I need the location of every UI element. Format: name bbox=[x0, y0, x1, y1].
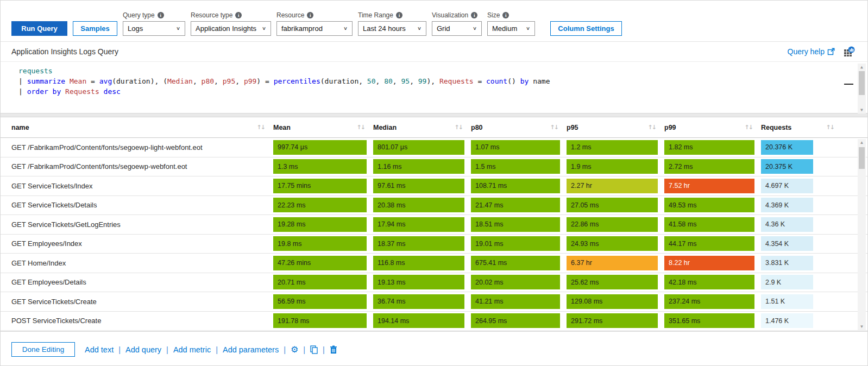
sort-icon[interactable]: ↑↓ bbox=[550, 124, 558, 131]
dropdown-label-text: Time Range bbox=[358, 11, 393, 19]
add-query-link[interactable]: Add query bbox=[125, 345, 161, 354]
chevron-down-icon: ∨ bbox=[526, 26, 530, 31]
editor-scrollbar-thumb[interactable] bbox=[859, 71, 865, 95]
table-row[interactable]: GET ServiceTickets/Index17.75 mins97.61 … bbox=[1, 176, 867, 196]
column-header-requests[interactable]: Requests↑↓ bbox=[761, 117, 842, 137]
dropdown-value: Last 24 hours bbox=[363, 24, 406, 33]
table-row[interactable]: GET /FabrikamProd/Content/fonts/segoewp-… bbox=[1, 157, 867, 177]
gear-icon[interactable]: ⚙ bbox=[291, 345, 298, 354]
code-token: p80 bbox=[202, 77, 214, 85]
heatmap-cell: 20.38 ms bbox=[373, 196, 471, 215]
dropdown-group-size: SizeiMedium∨ bbox=[487, 11, 535, 36]
heatmap-cell: 20.71 ms bbox=[273, 273, 373, 292]
dropdown-label-visualization: Visualizationi bbox=[432, 11, 482, 19]
dropdown-resource-type[interactable]: Application Insights∨ bbox=[191, 21, 271, 36]
chevron-down-icon: ∨ bbox=[262, 26, 266, 31]
column-settings-button[interactable]: Column Settings bbox=[550, 21, 622, 36]
heatmap-cell: 4.354 K bbox=[761, 235, 842, 254]
column-header-p99[interactable]: p99↑↓ bbox=[664, 117, 761, 137]
dropdown-query-type[interactable]: Logs∨ bbox=[123, 21, 185, 36]
column-header-median[interactable]: Median↑↓ bbox=[373, 117, 471, 137]
sort-icon[interactable]: ↑↓ bbox=[357, 124, 364, 131]
heatmap-bar: 19.8 ms bbox=[273, 236, 367, 251]
scroll-down-icon[interactable]: ▼ bbox=[860, 106, 863, 113]
trash-icon[interactable] bbox=[330, 345, 337, 354]
table-row[interactable]: GET Employees/Index19.8 ms18.37 ms19.01 … bbox=[1, 235, 867, 254]
info-icon[interactable]: i bbox=[396, 12, 402, 18]
dropdown-resource[interactable]: fabrikamprod∨ bbox=[276, 21, 353, 36]
add-parameters-link[interactable]: Add parameters bbox=[223, 345, 279, 354]
query-help-link[interactable]: Query help bbox=[788, 47, 835, 56]
scroll-down-icon[interactable]: ▼ bbox=[860, 323, 864, 330]
sort-icon[interactable]: ↑↓ bbox=[826, 124, 834, 131]
dropdown-time-range[interactable]: Last 24 hours∨ bbox=[358, 21, 426, 36]
info-icon[interactable]: i bbox=[235, 12, 242, 18]
info-icon[interactable]: i bbox=[158, 12, 164, 18]
add-metric-link[interactable]: Add metric bbox=[173, 345, 211, 354]
grid-scrollbar-thumb[interactable] bbox=[859, 147, 865, 169]
samples-button[interactable]: Samples bbox=[73, 21, 117, 36]
table-row[interactable]: GET Home/Index47.26 mins116.8 ms675.41 m… bbox=[1, 254, 867, 273]
table-row[interactable]: GET ServiceTickets/Create56.59 ms36.74 m… bbox=[1, 292, 867, 312]
heatmap-bar: 17.75 mins bbox=[273, 179, 367, 193]
grid-scrollbar[interactable]: ▲ ▼ bbox=[858, 139, 866, 330]
query-code-editor[interactable]: requests| summarize Mean = avg(duration)… bbox=[1, 61, 867, 113]
sort-icon[interactable]: ↑↓ bbox=[648, 124, 656, 131]
heatmap-bar: 1.9 ms bbox=[567, 159, 658, 174]
table-row[interactable]: GET ServiceTickets/GetLogEntries19.28 ms… bbox=[1, 215, 867, 235]
heatmap-bar: 1.476 K bbox=[761, 313, 813, 328]
scroll-up-icon[interactable]: ▲ bbox=[860, 64, 863, 71]
dropdown-label-text: Resource bbox=[276, 11, 304, 19]
done-editing-button[interactable]: Done Editing bbox=[11, 342, 75, 357]
sort-icon[interactable]: ↑↓ bbox=[745, 124, 752, 131]
heatmap-bar: 4.697 K bbox=[761, 179, 813, 193]
add-text-link[interactable]: Add text bbox=[85, 345, 114, 354]
column-header-name[interactable]: name↑↓ bbox=[11, 117, 273, 137]
heatmap-bar: 2.27 hr bbox=[567, 179, 658, 193]
editor-scrollbar[interactable]: ▲ ▼ bbox=[858, 64, 866, 113]
separator: | bbox=[303, 345, 305, 354]
sort-icon[interactable]: ↑↓ bbox=[257, 124, 265, 131]
heatmap-cell: 194.14 ms bbox=[373, 312, 471, 331]
heatmap-cell: 116.8 ms bbox=[373, 254, 471, 273]
heatmap-bar: 22.23 ms bbox=[273, 198, 367, 212]
table-row[interactable]: POST ServiceTickets/Create191.78 ms194.1… bbox=[1, 312, 867, 331]
scroll-up-icon[interactable]: ▲ bbox=[860, 139, 864, 146]
sort-icon[interactable]: ↑↓ bbox=[455, 124, 462, 131]
table-row[interactable]: GET /FabrikamProd/Content/fonts/segoewp-… bbox=[1, 138, 867, 157]
info-icon[interactable]: i bbox=[307, 12, 313, 18]
grid-rows: GET /FabrikamProd/Content/fonts/segoewp-… bbox=[1, 138, 867, 331]
dropdown-visualization[interactable]: Grid∨ bbox=[432, 21, 482, 36]
heatmap-cell: 56.59 ms bbox=[273, 292, 373, 311]
heatmap-bar: 1.16 ms bbox=[373, 159, 464, 174]
copy-icon[interactable] bbox=[310, 345, 318, 354]
dropdown-size[interactable]: Medium∨ bbox=[487, 21, 535, 36]
column-header-p95[interactable]: p95↑↓ bbox=[567, 117, 664, 137]
chevron-down-icon: ∨ bbox=[343, 26, 348, 31]
column-header-mean[interactable]: Mean↑↓ bbox=[273, 117, 373, 137]
run-query-button[interactable]: Run Query bbox=[11, 21, 67, 36]
heatmap-cell: 4.36 K bbox=[761, 215, 842, 234]
code-token: summarize bbox=[27, 77, 65, 85]
heatmap-bar: 20.375 K bbox=[761, 159, 813, 174]
heatmap-bar: 2.9 K bbox=[761, 275, 813, 289]
heatmap-cell: 4.369 K bbox=[761, 196, 842, 215]
info-icon[interactable]: i bbox=[502, 12, 509, 18]
column-header-label: p95 bbox=[567, 124, 578, 131]
column-header-p80[interactable]: p80↑↓ bbox=[471, 117, 567, 137]
heatmap-cell: 27.05 ms bbox=[567, 196, 664, 215]
heatmap-bar: 8.22 hr bbox=[664, 256, 754, 270]
separator: | bbox=[118, 345, 121, 354]
table-row[interactable]: GET Employees/Details20.71 ms19.13 ms20.… bbox=[1, 273, 867, 293]
heatmap-cell: 1.51 K bbox=[761, 292, 842, 311]
info-icon[interactable]: i bbox=[471, 12, 477, 18]
grid-chart-icon[interactable] bbox=[844, 46, 856, 57]
row-name: GET Home/Index bbox=[11, 259, 273, 267]
heatmap-cell: 19.8 ms bbox=[273, 235, 373, 254]
heatmap-bar: 4.36 K bbox=[761, 217, 813, 232]
dropdown-value: Medium bbox=[492, 24, 517, 33]
splitter-handle[interactable] bbox=[1, 113, 867, 117]
heatmap-cell: 19.13 ms bbox=[373, 273, 471, 292]
code-token: , bbox=[410, 77, 418, 85]
table-row[interactable]: GET ServiceTickets/Details22.23 ms20.38 … bbox=[1, 196, 867, 216]
